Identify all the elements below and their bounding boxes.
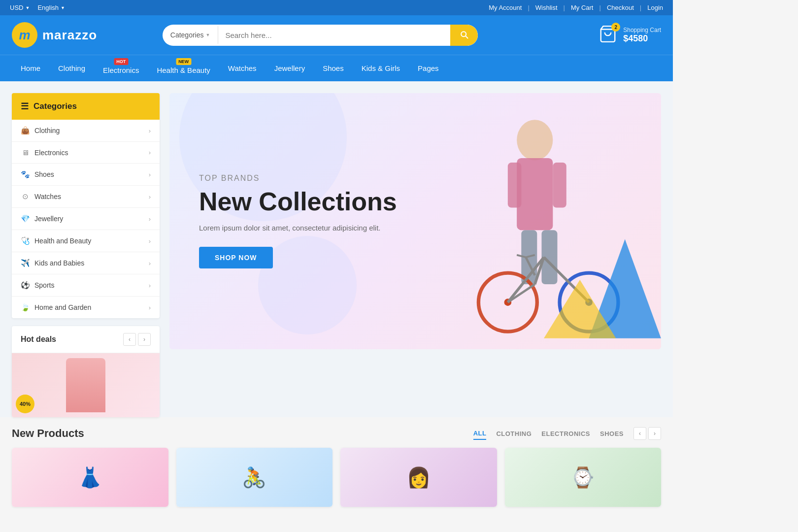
chevron-right-icon: › [149,193,151,200]
sidebar: ☰ Categories 👜 Clothing › 🖥 Electronics … [12,93,160,417]
hot-deals-header: Hot deals ‹ › [12,326,160,353]
search-button[interactable] [450,25,478,46]
filter-electronics[interactable]: ELECTRONICS [541,428,590,439]
product-card-1[interactable]: 👗 [12,448,168,507]
filter-clothing[interactable]: CLOTHING [496,428,532,439]
cart-amount: $4580 [623,33,661,44]
new-products-section: New Products ALL CLOTHING ELECTRONICS SH… [0,417,673,517]
hot-deals-title: Hot deals [21,335,56,344]
product-image-2: 🚴 [176,448,333,507]
hero-description: Lorem ipsum dolor sit amet, consectetur … [199,224,397,232]
cat-shoes[interactable]: 🐾 Shoes › [12,164,160,186]
chevron-right-icon: › [149,149,151,156]
products-next-arrow[interactable]: › [648,427,661,440]
search-category-dropdown[interactable]: Categories [163,26,219,44]
cart-badge: 2 [611,23,620,32]
product-image-4: ⌚ [505,448,662,507]
deal-discount-badge: 40% [16,395,34,413]
product-image-1: 👗 [12,448,168,507]
chevron-right-icon: › [149,215,151,223]
wishlist-link[interactable]: Wishlist [535,4,558,11]
my-account-link[interactable]: My Account [489,4,522,11]
product-image-3: 👩 [340,448,497,507]
header: m marazzo Categories 2 Shopping Cart $45… [0,15,673,55]
chevron-right-icon: › [149,127,151,134]
top-bar: USD English My Account | Wishlist | My C… [0,0,673,15]
logo-icon: m [12,22,37,48]
language-dropdown[interactable]: English [37,4,65,11]
svg-rect-2 [517,158,553,230]
categories-title: ☰ Categories [12,93,160,120]
new-badge: NEW [176,58,191,65]
nav-pages[interactable]: Pages [409,57,448,79]
cat-kids-babies[interactable]: ✈️ Kids and Babies › [12,252,160,274]
chevron-right-icon: › [149,304,151,311]
products-grid: 👗 🚴 👩 ⌚ [12,448,661,507]
login-link[interactable]: Login [647,4,663,11]
nav-shoes[interactable]: Shoes [314,57,353,79]
cat-health-beauty[interactable]: 🩺 Health and Beauty › [12,230,160,252]
nav-clothing[interactable]: Clothing [49,57,94,79]
prev-arrow[interactable]: ‹ [123,333,136,346]
product-card-2[interactable]: 🚴 [176,448,333,507]
cart-label: Shopping Cart [623,27,661,33]
logo[interactable]: m marazzo [12,22,97,48]
product-card-4[interactable]: ⌚ [505,448,662,507]
filter-shoes[interactable]: SHOES [600,428,624,439]
chevron-right-icon: › [149,171,151,178]
checkout-link[interactable]: Checkout [607,4,634,11]
hero-area: TOP BRANDS New Collections Lorem ipsum d… [169,93,661,417]
product-filters: ALL CLOTHING ELECTRONICS SHOES ‹ › [473,427,661,440]
search-icon [459,30,469,39]
product-card-3[interactable]: 👩 [340,448,497,507]
search-input[interactable] [218,26,450,44]
cat-sports[interactable]: ⚽ Sports › [12,274,160,297]
nav-health-beauty[interactable]: NEW Health & Beauty [148,55,219,81]
jewellery-icon: 💎 [21,214,30,223]
electronics-icon: 🖥 [21,148,30,157]
kids-icon: ✈️ [21,259,30,267]
filter-all[interactable]: ALL [473,428,487,440]
nav-watches[interactable]: Watches [219,57,266,79]
products-prev-arrow[interactable]: ‹ [633,427,646,440]
next-arrow[interactable]: › [138,333,151,346]
hero-illustration [391,93,661,349]
nav-home[interactable]: Home [12,57,49,79]
section-header: New Products ALL CLOTHING ELECTRONICS SH… [12,427,661,440]
svg-rect-5 [508,163,521,207]
cart[interactable]: 2 Shopping Cart $4580 [598,25,661,45]
hero-text: TOP BRANDS New Collections Lorem ipsum d… [199,174,397,268]
top-bar-left: USD English [10,4,65,11]
hero-subtitle: TOP BRANDS [199,174,397,183]
shoes-icon: 🐾 [21,170,30,179]
cat-electronics[interactable]: 🖥 Electronics › [12,142,160,164]
chevron-right-icon: › [149,237,151,245]
top-bar-right: My Account | Wishlist | My Cart | Checko… [489,4,663,11]
watches-icon: ⊙ [21,192,30,201]
cat-jewellery[interactable]: 💎 Jewellery › [12,208,160,230]
sports-icon: ⚽ [21,281,30,290]
home-garden-icon: 🍃 [21,303,30,312]
nav-jewellery[interactable]: Jewellery [266,57,314,79]
deal-person-figure [66,358,105,412]
shop-now-button[interactable]: SHOP NOW [199,247,273,268]
svg-rect-6 [553,163,566,207]
currency-dropdown[interactable]: USD [10,4,30,11]
hero-image [391,93,661,349]
cart-icon-wrap: 2 [598,25,617,45]
main-content: ☰ Categories 👜 Clothing › 🖥 Electronics … [0,81,673,417]
hot-deals-panel: Hot deals ‹ › 40% [12,326,160,417]
nav-electronics[interactable]: HOT Electronics [94,55,148,81]
cat-home-garden[interactable]: 🍃 Home and Garden › [12,297,160,318]
search-bar: Categories [163,25,478,46]
my-cart-link[interactable]: My Cart [571,4,594,11]
cat-clothing[interactable]: 👜 Clothing › [12,120,160,142]
chevron-right-icon: › [149,260,151,267]
hot-badge: HOT [114,58,128,65]
hero-title: New Collections [199,188,397,216]
menu-icon: ☰ [21,101,29,112]
hot-deal-image: 40% [12,353,160,417]
nav-kids-girls[interactable]: Kids & Girls [353,57,409,79]
cat-watches[interactable]: ⊙ Watches › [12,186,160,208]
section-title: New Products [12,427,84,440]
